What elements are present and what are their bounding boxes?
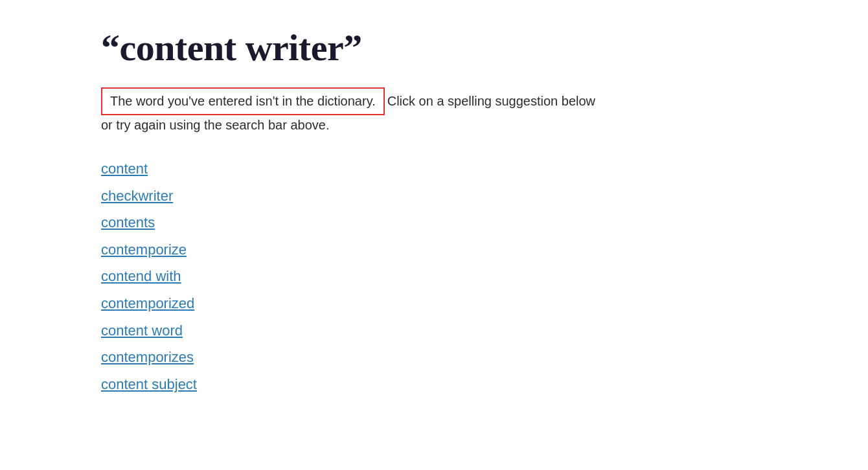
- suggestion-link[interactable]: content subject: [101, 376, 197, 392]
- list-item: content word: [101, 318, 868, 344]
- suggestions-list: contentcheckwritercontentscontemporizeco…: [101, 156, 868, 397]
- list-item: content: [101, 156, 868, 182]
- not-found-box: The word you've entered isn't in the dic…: [101, 87, 385, 115]
- page-title: “content writer”: [101, 26, 868, 69]
- suggestion-link[interactable]: content word: [101, 322, 183, 339]
- suggestion-link[interactable]: contemporizes: [101, 349, 194, 365]
- list-item: contemporize: [101, 237, 868, 263]
- continuation-text: Click on a spelling suggestion below: [387, 94, 595, 108]
- list-item: checkwriter: [101, 183, 868, 209]
- suggestion-link[interactable]: contemporize: [101, 241, 187, 258]
- not-found-text: The word you've entered isn't in the dic…: [110, 94, 376, 108]
- list-item: contend with: [101, 263, 868, 289]
- suggestion-link[interactable]: content: [101, 161, 148, 177]
- suggestion-link[interactable]: contend with: [101, 268, 181, 284]
- list-item: content subject: [101, 372, 868, 397]
- message-container: The word you've entered isn't in the dic…: [101, 87, 814, 133]
- message-line2: or try again using the search bar above.: [101, 118, 814, 133]
- suggestion-link[interactable]: checkwriter: [101, 188, 173, 204]
- suggestion-link[interactable]: contents: [101, 214, 155, 230]
- list-item: contemporized: [101, 291, 868, 317]
- message-line1: The word you've entered isn't in the dic…: [101, 87, 814, 115]
- list-item: contents: [101, 210, 868, 236]
- suggestion-link[interactable]: contemporized: [101, 295, 194, 311]
- list-item: contemporizes: [101, 344, 868, 370]
